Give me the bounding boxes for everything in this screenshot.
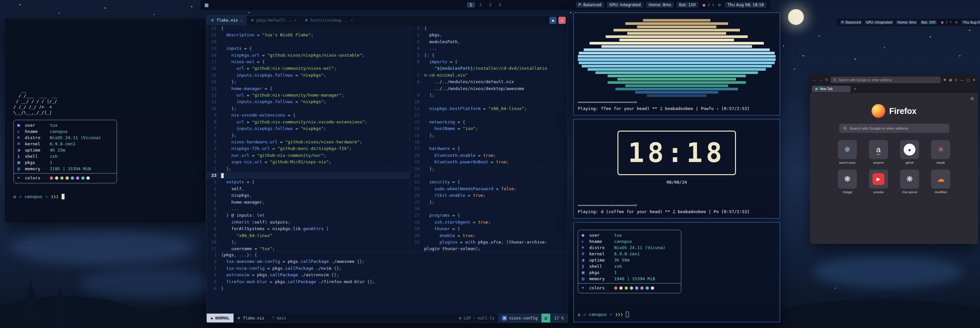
viz-bar: [625, 84, 728, 87]
palette-dot: [86, 176, 90, 180]
buffer-pkgs-default[interactable]: 1{pkgs, ...}: {2 tux-awesome-wm-config =…: [207, 251, 568, 314]
extensions-icon[interactable]: ❖: [943, 78, 947, 82]
tab-close-icon[interactable]: ×: [294, 18, 296, 22]
fetch-label: distro: [589, 244, 614, 251]
line-number: 10: [410, 98, 424, 105]
workspace-button-3[interactable]: 3: [487, 2, 494, 8]
line-number: 4: [207, 145, 221, 152]
shell-prompt[interactable]: ⌂ → canopus ~ ❯❯❯: [13, 194, 197, 200]
tab-pkgs-default[interactable]: ❄ pkgs/default... ×: [247, 15, 301, 25]
bar1-module-3[interactable]: Bat: 100: [676, 2, 698, 8]
tab-new-tab[interactable]: New Tab: [812, 86, 851, 92]
workspace-switcher[interactable]: 1234: [467, 0, 504, 10]
forward-icon[interactable]: →: [819, 78, 823, 82]
music-icon[interactable]: ♪: [946, 21, 948, 24]
bar2-module-3[interactable]: Bat: 100: [920, 20, 937, 25]
buffer-flake-nix[interactable]: 22{21 description = "tux's NixOS Flake";…: [207, 25, 410, 251]
url-bar[interactable]: Search with Google or enter address: [830, 77, 941, 83]
bar2-module-2[interactable]: Home: 6ms: [896, 20, 918, 25]
prompt-host: canopus: [589, 312, 607, 317]
shortcut-tile-claude[interactable]: ✳claude: [927, 140, 955, 164]
code-line: 4 nixpkgs-f2k.url = "github:moni-dz/nixp…: [207, 145, 409, 152]
code-line: 14 };: [207, 79, 409, 85]
tab-close-icon[interactable]: ×: [350, 18, 353, 22]
power-icon[interactable]: ⊙: [718, 3, 721, 7]
eye-icon[interactable]: ◉: [549, 17, 557, 24]
workspace-button-1[interactable]: 1: [467, 2, 475, 8]
maximize-button[interactable]: ▢: [967, 78, 969, 82]
record-icon[interactable]: ●: [941, 21, 943, 24]
claude-glyph: ✳: [937, 145, 944, 154]
line-number: 5: [207, 279, 221, 285]
fetch-label: distro: [25, 135, 50, 141]
night-light-icon[interactable]: ☾: [950, 21, 953, 24]
bar1-module-1[interactable]: GPU: Integrated: [607, 2, 643, 8]
bar1-module-2[interactable]: Home: 8ms: [646, 2, 674, 8]
packages-icon: ▣: [581, 269, 589, 276]
power-icon[interactable]: ⊙: [955, 21, 958, 24]
shortcut-tile-chatgpt[interactable]: ❋chatgpt: [833, 170, 862, 194]
code-text: hardware = {: [424, 145, 460, 152]
music-icon[interactable]: ♪: [708, 3, 710, 7]
viz-bar: [578, 55, 776, 58]
night-light-icon[interactable]: ☾: [713, 3, 716, 7]
ascii-line: \__/\__,_/_/|_|: [13, 110, 197, 115]
statusline-filename: ❄ flake.nix: [234, 314, 268, 322]
clock-widget[interactable]: Thu Aug 08, 18:18: [725, 2, 767, 8]
code-line: 3 modulesPath,: [410, 39, 568, 45]
shortcut-tile-github[interactable]: ●github: [896, 140, 924, 164]
launcher-icon[interactable]: ▦: [204, 2, 208, 8]
code-text: thunar = {: [424, 225, 460, 232]
reload-icon[interactable]: ↻: [825, 78, 828, 82]
code-line: 17 hardware = {: [410, 145, 568, 152]
viz-bar: [625, 22, 728, 25]
workspace-button-4[interactable]: 4: [496, 2, 504, 8]
back-icon[interactable]: ←: [813, 78, 816, 82]
shell-prompt[interactable]: ⌂ → canopus ~ ❯❯❯: [578, 312, 776, 317]
code-text: tux-awesome-wm-config = pkgs.callPackage…: [221, 258, 364, 265]
gear-icon[interactable]: ⚙: [970, 96, 974, 101]
tab-flake-nix[interactable]: ❄ flake.nix ×: [207, 15, 247, 25]
neovim-window[interactable]: ❄ flake.nix × ❄ pkgs/default... × ❄ host…: [206, 15, 568, 323]
search.nixos-icon: ❄: [838, 140, 857, 159]
buffer-iso-image[interactable]: 1{2 pkgs,3 modulesPath,4 ...5}: {6 impor…: [410, 25, 568, 251]
clock-widget[interactable]: Thu Aug 08, 18:18: [961, 20, 980, 25]
shortcut-label: claude: [927, 161, 955, 164]
project-label: nixos-config: [509, 316, 538, 320]
line-number: 21: [207, 32, 221, 38]
record-icon[interactable]: ●: [702, 3, 706, 7]
terminal-window[interactable]: __ / /___ ___ __ / __/ / / / |/_// /_/ /…: [5, 19, 205, 223]
tab-hosts-isoimage[interactable]: ❄ hosts/isoImag... ×: [301, 15, 357, 25]
newtab-search-bar[interactable]: Search with Google or enter address: [839, 124, 949, 133]
code-line: 9 ];: [410, 92, 568, 98]
line-number: 28: [410, 219, 424, 225]
shortcut-tile-cloudflare[interactable]: ☁cloudflare: [927, 170, 955, 194]
bar2-module-0[interactable]: P: Balanced: [840, 20, 862, 25]
shortcut-tile-amazon[interactable]: aamazon: [864, 140, 893, 164]
fetch-row: ●usertux: [581, 232, 678, 238]
bar1-module-0[interactable]: P: Balanced: [576, 2, 604, 8]
minimize-button[interactable]: —: [960, 78, 964, 82]
code-line: 20 };: [410, 166, 568, 172]
workspace-button-2[interactable]: 2: [477, 2, 484, 8]
cloudflare-glyph: ☁: [937, 174, 945, 184]
shortcut-tile-chat.openai[interactable]: ❋chat.openai: [896, 170, 924, 194]
close-icon[interactable]: ✕: [558, 17, 566, 24]
line-number: 6: [207, 132, 221, 139]
viz-bar: [595, 71, 757, 74]
bar2-module-1[interactable]: GPU: Integrated: [864, 20, 894, 25]
memory-icon: ▥: [581, 276, 589, 282]
firefox-window[interactable]: ← → ↻ Search with Google or enter addres…: [810, 75, 978, 244]
shortcut-tile-youtube[interactable]: ▶youtube: [864, 170, 893, 194]
close-button[interactable]: ✕: [973, 78, 975, 82]
new-tab-button[interactable]: +: [853, 87, 858, 91]
shortcut-tile-search.nixos[interactable]: ❄search.nixos: [833, 140, 862, 164]
code-text: home-manager = {: [221, 86, 272, 92]
viz-bar: [578, 58, 776, 61]
line-number: 22: [410, 179, 424, 185]
menu-icon[interactable]: ≡: [955, 78, 957, 82]
code-text: url = "github:nix-community/home-manager…: [221, 92, 344, 98]
account-icon[interactable]: ◉: [949, 78, 952, 82]
code-line: 29 thunar = {: [410, 225, 568, 232]
tab-close-icon[interactable]: ×: [240, 18, 242, 22]
